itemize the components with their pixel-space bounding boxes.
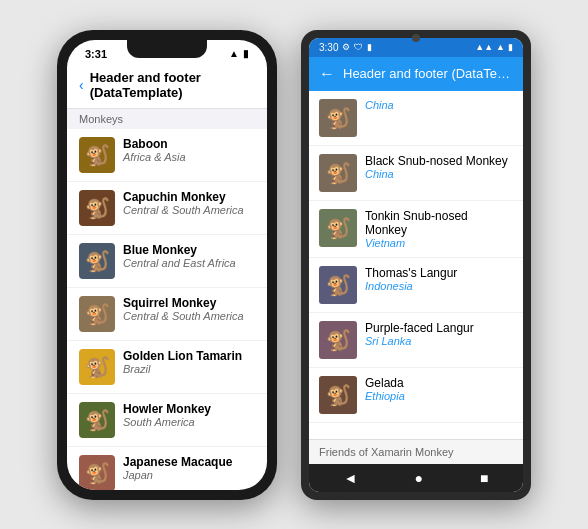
monkey-info: Japanese Macaque Japan (123, 455, 232, 481)
ios-status-icons: ▲ ▮ (229, 48, 249, 59)
monkey-name: Capuchin Monkey (123, 190, 244, 204)
monkey-thumbnail: 🐒 (79, 243, 115, 279)
monkey-info: Blue Monkey Central and East Africa (123, 243, 236, 269)
android-back-button[interactable]: ← (319, 65, 335, 83)
list-item[interactable]: 🐒 Gelada Ethiopia (309, 368, 523, 423)
ios-screen: 3:31 ▲ ▮ ‹ Header and footer (DataTempla… (67, 40, 267, 490)
monkey-image: 🐒 (319, 209, 357, 247)
monkey-image: 🐒 (79, 137, 115, 173)
monkey-name: Gelada (365, 376, 405, 390)
monkey-region: Indonesia (365, 280, 457, 292)
monkey-region: Sri Lanka (365, 335, 474, 347)
ios-back-button[interactable]: ‹ (79, 77, 84, 93)
monkey-name: Golden Lion Tamarin (123, 349, 242, 363)
scene: 3:31 ▲ ▮ ‹ Header and footer (DataTempla… (37, 10, 551, 520)
list-item[interactable]: 🐒 Capuchin Monkey Central & South Americ… (67, 182, 267, 235)
list-item[interactable]: 🐒 Purple-faced Langur Sri Lanka (309, 313, 523, 368)
monkey-region: China (365, 168, 508, 180)
android-battery-icon: ▮ (508, 42, 513, 52)
android-phone: 3:30 ⚙ 🛡 ▮ ▲▲ ▲ ▮ ← Header and footer (D… (301, 30, 531, 500)
android-status-right: ▲▲ ▲ ▮ (475, 42, 513, 52)
ios-monkey-list[interactable]: 🐒 Baboon Africa & Asia 🐒 Capuchin Monkey… (67, 129, 267, 490)
monkey-thumbnail: 🐒 (319, 154, 357, 192)
android-back-nav[interactable]: ◄ (344, 470, 358, 486)
monkey-region: Africa & Asia (123, 151, 186, 163)
monkey-thumbnail: 🐒 (319, 99, 357, 137)
android-monkey-list[interactable]: 🐒 China 🐒 Black Snub-nosed Monkey China … (309, 91, 523, 439)
android-home-nav[interactable]: ● (414, 470, 422, 486)
list-item[interactable]: 🐒 China (309, 91, 523, 146)
monkey-thumbnail: 🐒 (79, 137, 115, 173)
monkey-image: 🐒 (319, 154, 357, 192)
android-signal-icon: ▲▲ (475, 42, 493, 52)
battery-icon: ▮ (243, 48, 249, 59)
list-item[interactable]: 🐒 Baboon Africa & Asia (67, 129, 267, 182)
monkey-region: China (365, 99, 394, 111)
list-item[interactable]: 🐒 Golden Lion Tamarin Brazil (67, 341, 267, 394)
monkey-name: Japanese Macaque (123, 455, 232, 469)
ios-time: 3:31 (85, 48, 107, 60)
monkey-image: 🐒 (79, 455, 115, 490)
android-time: 3:30 (319, 42, 338, 53)
list-item[interactable]: 🐒 Thomas's Langur Indonesia (309, 258, 523, 313)
monkey-name: Tonkin Snub-nosed Monkey (365, 209, 513, 237)
monkey-info: Golden Lion Tamarin Brazil (123, 349, 242, 375)
list-item[interactable]: 🐒 Howler Monkey South America (67, 394, 267, 447)
monkey-info: Black Snub-nosed Monkey China (365, 154, 508, 180)
monkey-region: Japan (123, 469, 232, 481)
android-status-left: 3:30 ⚙ 🛡 ▮ (319, 42, 372, 53)
list-item[interactable]: 🐒 Black Snub-nosed Monkey China (309, 146, 523, 201)
shield-icon: 🛡 (354, 42, 363, 52)
monkey-image: 🐒 (79, 296, 115, 332)
monkey-region: Central & South America (123, 310, 244, 322)
ios-phone: 3:31 ▲ ▮ ‹ Header and footer (DataTempla… (57, 30, 277, 500)
monkey-thumbnail: 🐒 (79, 455, 115, 490)
monkey-image: 🐒 (79, 190, 115, 226)
android-recents-nav[interactable]: ■ (480, 470, 488, 486)
monkey-thumbnail: 🐒 (79, 190, 115, 226)
monkey-name: Thomas's Langur (365, 266, 457, 280)
monkey-thumbnail: 🐒 (319, 321, 357, 359)
list-item[interactable]: 🐒 Blue Monkey Central and East Africa (67, 235, 267, 288)
monkey-image: 🐒 (319, 321, 357, 359)
list-item[interactable]: 🐒 Tonkin Snub-nosed Monkey Vietnam (309, 201, 523, 258)
monkey-image: 🐒 (319, 266, 357, 304)
android-wifi-icon: ▲ (496, 42, 505, 52)
monkey-info: Capuchin Monkey Central & South America (123, 190, 244, 216)
monkey-thumbnail: 🐒 (319, 266, 357, 304)
monkey-region: Ethiopia (365, 390, 405, 402)
android-app-title: Header and footer (DataTempl... (343, 66, 513, 81)
monkey-region: Vietnam (365, 237, 513, 249)
ios-nav-bar: ‹ Header and footer (DataTemplate) (67, 64, 267, 109)
monkey-info: Howler Monkey South America (123, 402, 211, 428)
list-item[interactable]: 🐒 Squirrel Monkey Central & South Americ… (67, 288, 267, 341)
ios-back-chevron: ‹ (79, 77, 84, 93)
android-camera (412, 34, 420, 42)
monkey-region: South America (123, 416, 211, 428)
monkey-image: 🐒 (79, 243, 115, 279)
monkey-info: Tonkin Snub-nosed Monkey Vietnam (365, 209, 513, 249)
monkey-region: Central & South America (123, 204, 244, 216)
monkey-name: Baboon (123, 137, 186, 151)
monkey-info: Thomas's Langur Indonesia (365, 266, 457, 292)
android-screen: 3:30 ⚙ 🛡 ▮ ▲▲ ▲ ▮ ← Header and footer (D… (309, 38, 523, 492)
monkey-image: 🐒 (319, 376, 357, 414)
monkey-image: 🐒 (79, 402, 115, 438)
monkey-image: 🐒 (79, 349, 115, 385)
list-item[interactable]: 🐒 Japanese Macaque Japan (67, 447, 267, 490)
ios-section-header: Monkeys (67, 109, 267, 129)
monkey-image: 🐒 (319, 99, 357, 137)
ios-nav-title: Header and footer (DataTemplate) (90, 70, 255, 100)
monkey-region: Central and East Africa (123, 257, 236, 269)
monkey-region: Brazil (123, 363, 242, 375)
monkey-thumbnail: 🐒 (319, 376, 357, 414)
monkey-thumbnail: 🐒 (79, 402, 115, 438)
settings-icon: ⚙ (342, 42, 350, 52)
android-app-bar: ← Header and footer (DataTempl... (309, 57, 523, 91)
android-system-nav: ◄ ● ■ (309, 464, 523, 492)
monkey-thumbnail: 🐒 (79, 296, 115, 332)
monkey-info: Purple-faced Langur Sri Lanka (365, 321, 474, 347)
monkey-thumbnail: 🐒 (319, 209, 357, 247)
monkey-name: Squirrel Monkey (123, 296, 244, 310)
monkey-info: Baboon Africa & Asia (123, 137, 186, 163)
